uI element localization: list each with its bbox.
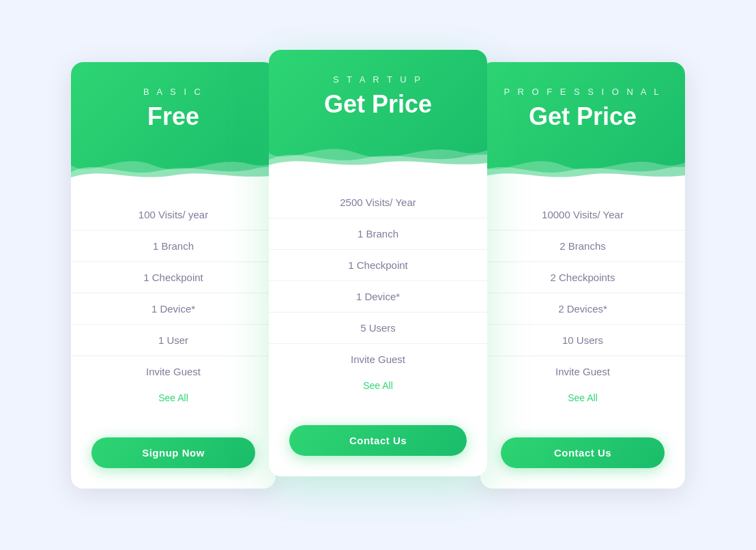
see-all-link[interactable]: See All — [269, 380, 487, 391]
plan-name: P R O F E S S I O N A L — [494, 87, 671, 97]
feature-item-1: 1 Branch — [71, 231, 276, 262]
cta-button[interactable]: Contact Us — [289, 425, 467, 456]
feature-item-4: 5 Users — [269, 313, 487, 344]
see-all-link[interactable]: See All — [71, 392, 276, 403]
wave-decoration — [71, 138, 276, 186]
feature-item-3: 1 Device* — [71, 293, 276, 325]
card-header: S T A R T U P Get Price — [269, 50, 487, 173]
card-header: P R O F E S S I O N A L Get Price — [480, 62, 685, 186]
feature-item-5: Invite Guest — [480, 356, 685, 387]
feature-item-2: 1 Checkpoint — [269, 250, 487, 281]
feature-item-3: 2 Devices* — [480, 293, 685, 325]
wave-decoration — [269, 126, 487, 173]
card-body: 10000 Visits/ Year 2 Branchs 2 Checkpoin… — [480, 186, 685, 431]
feature-item-2: 2 Checkpoints — [480, 262, 685, 293]
feature-item-0: 100 Visits/ year — [71, 199, 276, 231]
see-all-link[interactable]: See All — [480, 392, 685, 403]
wave-decoration — [480, 138, 685, 186]
feature-item-0: 10000 Visits/ Year — [480, 199, 685, 231]
plan-price: Free — [85, 102, 262, 131]
feature-item-5: Invite Guest — [71, 356, 276, 387]
card-footer: Signup Now — [71, 431, 276, 489]
plan-name: B A S I C — [85, 87, 262, 97]
plan-price: Get Price — [282, 90, 474, 119]
feature-item-4: 10 Users — [480, 325, 685, 356]
cta-button[interactable]: Contact Us — [501, 437, 665, 468]
card-basic: B A S I C Free 100 Visits/ year 1 Branch… — [71, 62, 276, 489]
plan-price: Get Price — [494, 102, 671, 131]
feature-item-1: 2 Branchs — [480, 231, 685, 262]
cta-button[interactable]: Signup Now — [91, 437, 255, 468]
card-professional: P R O F E S S I O N A L Get Price 10000 … — [480, 62, 685, 489]
feature-item-4: 1 User — [71, 325, 276, 356]
card-footer: Contact Us — [480, 431, 685, 489]
feature-item-3: 1 Device* — [269, 281, 487, 313]
feature-item-2: 1 Checkpoint — [71, 262, 276, 293]
card-startup: S T A R T U P Get Price 2500 Visits/ Yea… — [269, 50, 487, 476]
card-body: 2500 Visits/ Year 1 Branch 1 Checkpoint … — [269, 173, 487, 418]
card-header: B A S I C Free — [71, 62, 276, 186]
feature-item-5: Invite Guest — [269, 344, 487, 375]
card-body: 100 Visits/ year 1 Branch 1 Checkpoint 1… — [71, 186, 276, 431]
feature-item-0: 2500 Visits/ Year — [269, 187, 487, 218]
feature-item-1: 1 Branch — [269, 218, 487, 250]
plan-name: S T A R T U P — [282, 74, 474, 85]
pricing-section: B A S I C Free 100 Visits/ year 1 Branch… — [30, 35, 726, 516]
card-footer: Contact Us — [269, 418, 487, 476]
